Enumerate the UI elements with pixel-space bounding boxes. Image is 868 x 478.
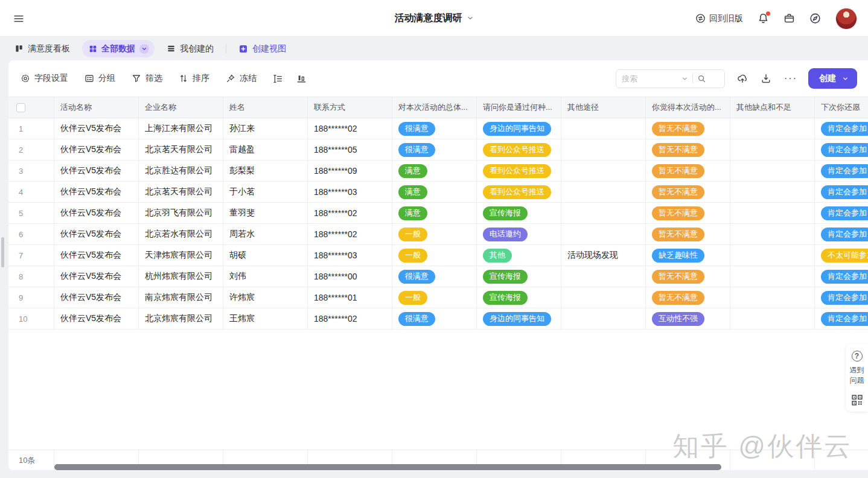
cell-person[interactable]: 许炜宸 [223, 287, 308, 308]
cell-other_channel[interactable] [561, 266, 646, 287]
create-button[interactable]: 创建 [808, 68, 857, 89]
cell-overall[interactable]: 很满意 [392, 266, 477, 287]
tab-all-data-view[interactable]: 全部数据 [82, 40, 155, 57]
cell-other_channel[interactable] [561, 224, 646, 244]
cell-company[interactable]: 北京茗天有限公司 [139, 139, 223, 160]
table-row[interactable]: 10伙伴云V5发布会北京炜宸有限公司王炜宸188******02很满意身边的同事… [8, 308, 868, 330]
cell-person[interactable]: 彭梨梨 [223, 161, 308, 181]
row-number[interactable]: 1 [8, 118, 54, 139]
search-icon[interactable] [697, 74, 706, 83]
cell-overall[interactable]: 满意 [392, 161, 477, 181]
cell-overall[interactable]: 一般 [392, 245, 477, 266]
row-number[interactable]: 8 [8, 266, 54, 287]
cell-overall[interactable]: 一般 [392, 224, 477, 244]
cell-channel[interactable]: 宣传海报 [477, 287, 561, 308]
cell-activity[interactable]: 伙伴云V5发布会 [54, 139, 139, 160]
cell-other_dislike[interactable] [730, 139, 815, 160]
sort-button[interactable]: 排序 [179, 73, 209, 84]
table-row[interactable]: 2伙伴云V5发布会北京茗天有限公司雷越盈188******05很满意看到公众号推… [8, 139, 868, 161]
row-number[interactable]: 5 [8, 203, 54, 223]
group-button[interactable]: 分组 [85, 73, 115, 84]
column-header-company[interactable]: 企业名称 [139, 97, 223, 118]
cell-dislike[interactable]: 暂无不满意 [646, 182, 730, 202]
tab-options-chevron-icon[interactable] [139, 44, 149, 54]
cell-other_channel[interactable] [561, 203, 646, 223]
column-header-activity[interactable]: 活动名称 [54, 97, 139, 118]
cell-other_channel[interactable] [561, 118, 646, 139]
cell-other_channel[interactable] [561, 308, 646, 329]
cell-channel[interactable]: 其他 [477, 245, 561, 266]
cell-channel[interactable]: 宣传海报 [477, 266, 561, 287]
row-number[interactable]: 10 [8, 308, 54, 329]
cell-overall[interactable]: 一般 [392, 287, 477, 308]
cell-phone[interactable]: 188******03 [308, 245, 392, 266]
cell-phone[interactable]: 188******01 [308, 287, 392, 308]
cell-activity[interactable]: 伙伴云V5发布会 [54, 287, 139, 308]
cell-other_dislike[interactable] [730, 161, 815, 181]
cell-activity[interactable]: 伙伴云V5发布会 [54, 308, 139, 329]
cell-company[interactable]: 北京若水有限公司 [139, 224, 223, 244]
tab-kanban-view[interactable]: 满意度看板 [14, 43, 70, 54]
cell-overall[interactable]: 很满意 [392, 139, 477, 160]
column-header-dislike[interactable]: 你觉得本次活动的... [646, 97, 730, 118]
cell-next_join[interactable]: 肯定会参加 [815, 161, 868, 181]
cell-channel[interactable]: 身边的同事告知 [477, 118, 561, 139]
cell-overall[interactable]: 很满意 [392, 118, 477, 139]
cell-dislike[interactable]: 暂无不满意 [646, 139, 730, 160]
column-header-overall[interactable]: 对本次活动的总体... [392, 97, 477, 118]
row-number[interactable]: 9 [8, 287, 54, 308]
cell-company[interactable]: 北京羽飞有限公司 [139, 203, 223, 223]
cell-company[interactable]: 南京炜宸有限公司 [139, 287, 223, 308]
cell-activity[interactable]: 伙伴云V5发布会 [54, 118, 139, 139]
cell-dislike[interactable]: 互动性不强 [646, 308, 730, 329]
menu-icon[interactable] [13, 13, 24, 24]
vertical-scrollbar-thumb[interactable] [1, 237, 4, 267]
cell-other_channel[interactable] [561, 182, 646, 202]
cell-phone[interactable]: 188******02 [308, 224, 392, 244]
cell-company[interactable]: 杭州炜宸有限公司 [139, 266, 223, 287]
more-options-button[interactable]: ··· [784, 74, 797, 83]
cell-other_channel[interactable] [561, 139, 646, 160]
cell-activity[interactable]: 伙伴云V5发布会 [54, 161, 139, 181]
cell-next_join[interactable]: 不太可能参加 [815, 245, 868, 266]
back-to-old-version-button[interactable]: 回到旧版 [695, 13, 743, 24]
discover-button[interactable] [809, 13, 821, 24]
table-row[interactable]: 8伙伴云V5发布会杭州炜宸有限公司刘伟188******00很满意宣传海报暂无不… [8, 266, 868, 287]
cell-person[interactable]: 周若水 [223, 224, 308, 244]
row-number[interactable]: 3 [8, 161, 54, 181]
table-row[interactable]: 3伙伴云V5发布会北京胜达有限公司彭梨梨188******09满意看到公众号推送… [8, 161, 868, 182]
cell-phone[interactable]: 188******00 [308, 266, 392, 287]
cell-other_dislike[interactable] [730, 203, 815, 223]
app-title-dropdown[interactable]: 活动满意度调研 [395, 12, 474, 25]
cell-person[interactable]: 雷越盈 [223, 139, 308, 160]
workspace-button[interactable] [783, 13, 795, 24]
cell-person[interactable]: 于小茗 [223, 182, 308, 202]
chart-button[interactable] [296, 74, 307, 84]
cell-dislike[interactable]: 暂无不满意 [646, 118, 730, 139]
cell-company[interactable]: 北京炜宸有限公司 [139, 308, 223, 329]
cell-channel[interactable]: 宣传海报 [477, 203, 561, 223]
cell-next_join[interactable]: 肯定会参加 [815, 308, 868, 329]
row-height-button[interactable] [273, 74, 283, 84]
cell-dislike[interactable]: 暂无不满意 [646, 287, 730, 308]
column-header-other_dislike[interactable]: 其他缺点和不足 [730, 97, 815, 118]
column-header-person[interactable]: 姓名 [223, 97, 308, 118]
column-header-next_join[interactable]: 下次你还愿 [815, 97, 868, 118]
select-all-checkbox[interactable] [16, 103, 25, 112]
filter-button[interactable]: 筛选 [132, 73, 162, 84]
row-number[interactable]: 7 [8, 245, 54, 266]
table-row[interactable]: 1伙伴云V5发布会上海江来有限公司孙江来188******02很满意身边的同事告… [8, 118, 868, 139]
cell-next_join[interactable]: 肯定会参加 [815, 118, 868, 139]
cell-dislike[interactable]: 缺乏趣味性 [646, 245, 730, 266]
cell-person[interactable]: 王炜宸 [223, 308, 308, 329]
row-number[interactable]: 4 [8, 182, 54, 202]
cell-overall[interactable]: 很满意 [392, 308, 477, 329]
cell-other_channel[interactable] [561, 161, 646, 181]
cell-person[interactable]: 孙江来 [223, 118, 308, 139]
help-widget[interactable]: ? 遇到 问题 [846, 344, 868, 412]
row-number[interactable]: 6 [8, 224, 54, 244]
horizontal-scrollbar-thumb[interactable] [54, 464, 721, 470]
cell-dislike[interactable]: 暂无不满意 [646, 161, 730, 181]
cell-person[interactable]: 胡硕 [223, 245, 308, 266]
cell-next_join[interactable]: 肯定会参加 [815, 224, 868, 244]
